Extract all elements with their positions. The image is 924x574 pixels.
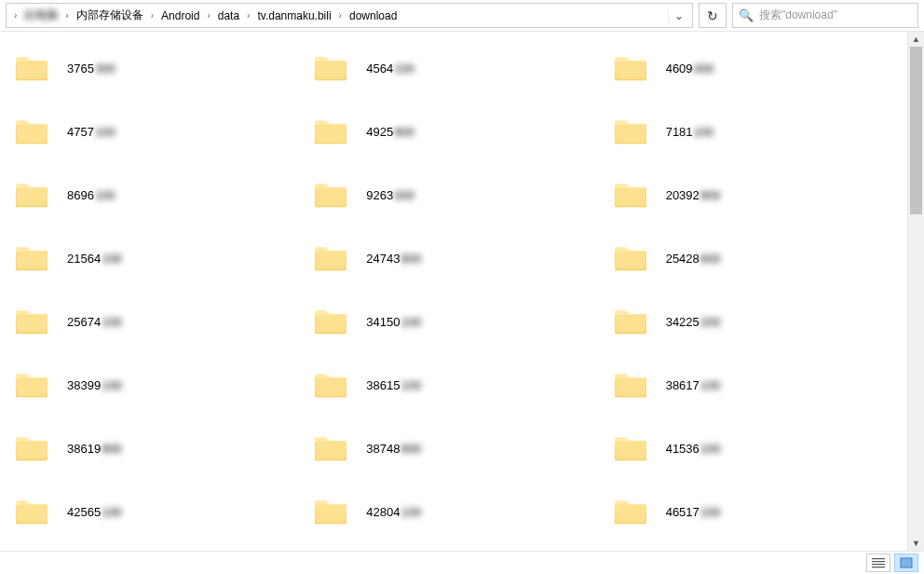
address-bar: › 此电脑 › 内部存储设备 › Android › data › tv.dan…	[0, 0, 924, 32]
folder-label: 46517100	[666, 505, 721, 519]
folder-label: 34150100	[366, 315, 421, 329]
folder-label: 25674100	[67, 315, 122, 329]
folder-label: 7181100	[666, 125, 714, 139]
crumb-storage[interactable]: 内部存储设备	[73, 4, 147, 27]
folder-label: 38748800	[366, 442, 421, 456]
search-placeholder: 搜索"download"	[759, 7, 837, 23]
large-icons-view-button[interactable]	[894, 554, 918, 572]
history-dropdown[interactable]: ⌄	[668, 9, 688, 22]
scroll-up-icon[interactable]: ▲	[908, 32, 924, 47]
folder-item[interactable]: 20392900	[608, 173, 898, 216]
folder-label: 38399100	[67, 378, 122, 392]
folder-icon	[312, 493, 349, 530]
folder-item[interactable]: 4564100	[308, 47, 598, 89]
folder-item[interactable]: 38619800	[9, 427, 299, 470]
folder-item[interactable]: 4757100	[9, 110, 299, 153]
chevron-icon[interactable]: ›	[335, 10, 346, 20]
folder-item[interactable]: 38399100	[9, 363, 299, 406]
folder-icon	[13, 493, 50, 530]
folder-icon	[13, 366, 50, 403]
folder-icon	[612, 176, 649, 213]
folder-item[interactable]: 4925900	[308, 110, 598, 153]
folder-item[interactable]: 25428600	[608, 237, 898, 280]
folder-item[interactable]: 46517100	[608, 490, 898, 533]
folder-label: 4564100	[366, 62, 414, 75]
folder-icon	[13, 303, 50, 340]
folder-item[interactable]: 34150100	[308, 300, 598, 343]
vertical-scrollbar[interactable]: ▲ ▼	[907, 32, 924, 551]
folder-item[interactable]: 24743600	[308, 237, 598, 280]
folder-item[interactable]: 4609000	[608, 47, 898, 89]
crumb-bili[interactable]: tv.danmaku.bili	[253, 4, 334, 27]
breadcrumb[interactable]: › 此电脑 › 内部存储设备 › Android › data › tv.dan…	[6, 3, 693, 28]
folder-label: 38615100	[366, 378, 421, 392]
folder-item[interactable]: 38617100	[608, 363, 898, 406]
folder-icon	[612, 49, 649, 87]
folder-label: 3765300	[67, 62, 116, 75]
folder-icon	[312, 49, 349, 87]
large-icons-icon	[900, 557, 913, 568]
scroll-thumb[interactable]	[910, 47, 922, 214]
folder-label: 38619800	[67, 442, 122, 456]
chevron-icon[interactable]: ›	[147, 10, 157, 20]
crumb-download[interactable]: download	[346, 4, 401, 27]
content-area: 3765300456410046090004757100492590071811…	[0, 32, 907, 551]
search-icon: 🔍	[739, 8, 754, 22]
chevron-icon[interactable]: ›	[243, 10, 253, 20]
folder-item[interactable]: 21564100	[9, 237, 299, 280]
folder-label: 9263000	[366, 188, 414, 202]
folder-icon	[312, 303, 349, 340]
folder-icon	[312, 430, 349, 467]
svg-rect-1	[872, 561, 885, 562]
folder-label: 38617100	[666, 378, 721, 392]
folder-icon	[612, 113, 649, 150]
crumb-hidden[interactable]: 此电脑	[20, 4, 61, 27]
folder-label: 4757100	[67, 125, 116, 139]
folder-item[interactable]: 42565100	[9, 490, 299, 533]
folder-item[interactable]: 25674100	[9, 300, 299, 343]
folder-icon	[612, 430, 649, 467]
chevron-icon[interactable]: ›	[61, 10, 72, 20]
folder-item[interactable]: 38748800	[308, 427, 598, 470]
chevron-icon[interactable]: ›	[203, 10, 213, 20]
folder-icon	[612, 493, 649, 530]
folder-icon	[612, 366, 649, 403]
folder-item[interactable]: 41536100	[608, 427, 898, 470]
folder-label: 20392900	[666, 188, 721, 202]
chevron-icon[interactable]: ›	[10, 10, 20, 20]
folder-label: 25428600	[666, 252, 721, 266]
folder-icon	[13, 49, 50, 87]
folder-label: 42804100	[366, 505, 421, 519]
folder-icon	[312, 176, 349, 213]
svg-rect-0	[872, 558, 885, 559]
refresh-button[interactable]: ↻	[699, 3, 727, 28]
folder-item[interactable]: 8696100	[9, 173, 299, 216]
crumb-data[interactable]: data	[214, 4, 243, 27]
folder-icon	[312, 239, 349, 277]
folder-item[interactable]: 34225200	[608, 300, 898, 343]
crumb-android[interactable]: Android	[157, 4, 203, 27]
folder-label: 8696100	[67, 188, 116, 202]
folder-label: 34225200	[666, 315, 721, 329]
folder-label: 42565100	[67, 505, 122, 519]
folder-label: 4925900	[366, 125, 414, 139]
folder-item[interactable]: 7181100	[608, 110, 898, 153]
folder-icon	[13, 239, 50, 277]
folder-label: 24743600	[366, 252, 421, 266]
folder-item[interactable]: 38615100	[308, 363, 598, 406]
folder-icon	[612, 303, 649, 340]
folder-label: 21564100	[67, 252, 122, 266]
folder-item[interactable]: 42804100	[308, 490, 598, 533]
details-view-button[interactable]	[866, 554, 890, 572]
search-input[interactable]: 🔍 搜索"download"	[732, 3, 918, 28]
status-bar	[0, 551, 924, 574]
folder-icon	[13, 176, 50, 213]
folder-icon	[312, 366, 349, 403]
scroll-down-icon[interactable]: ▼	[908, 536, 924, 551]
folder-item[interactable]: 3765300	[9, 47, 299, 89]
folder-item[interactable]: 9263000	[308, 173, 598, 216]
refresh-icon: ↻	[707, 8, 718, 23]
folder-icon	[13, 113, 50, 150]
svg-rect-3	[872, 567, 885, 567]
folder-icon	[312, 113, 349, 150]
